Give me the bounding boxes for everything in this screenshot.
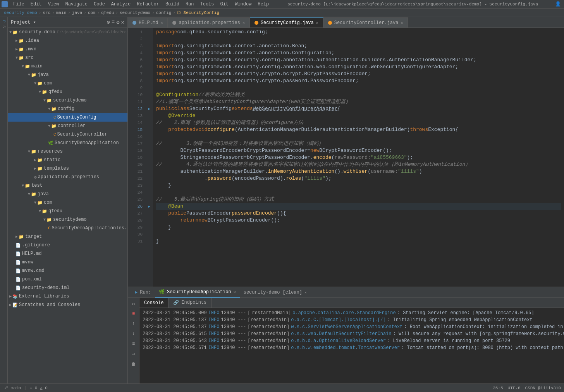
tree-helpmd[interactable]: 📄 HELP.md — [8, 249, 127, 258]
endpoints-tab[interactable]: 🔗 Endpoints — [169, 298, 212, 308]
menu-tools[interactable]: Tools — [197, 0, 217, 8]
menu-code[interactable]: Code — [91, 0, 108, 8]
status-git[interactable]: ⎇ main — [3, 385, 21, 390]
run-tab-app[interactable]: 🌿 SecurityDemoApplication ✕ — [155, 287, 240, 298]
tree-test-com[interactable]: ▼ 📁 com — [8, 198, 127, 207]
gutter-26[interactable]: ▶ — [145, 203, 153, 210]
breadcrumb-qfedu[interactable]: qfedu — [100, 10, 115, 15]
tree-qfedu[interactable]: ▼ 📁 qfedu — [8, 88, 127, 96]
tab-securityconfig[interactable]: SecurityConfig.java ✕ — [250, 17, 323, 28]
tree-static[interactable]: ▶ 📁 static — [8, 156, 127, 164]
tab-close-securityconfig[interactable]: ✕ — [316, 21, 318, 25]
user-icon[interactable]: 👤 — [554, 1, 562, 7]
menu-view[interactable]: View — [45, 0, 62, 8]
tree-app-props[interactable]: ⚙ application.properties — [8, 173, 127, 181]
menu-analyze[interactable]: Analyze — [108, 0, 134, 8]
tb-restart[interactable]: ↺ — [129, 299, 138, 308]
run-tab-clean[interactable]: security-demo [clean] ✕ — [240, 287, 311, 298]
tree-test[interactable]: ▼ 📁 test — [8, 181, 127, 190]
tab-securitycontroller[interactable]: SecurityController.java ✕ — [323, 17, 408, 28]
gutter-8 — [145, 77, 153, 84]
breadcrumb-root[interactable]: security-demo — [3, 10, 38, 15]
tree-pomxml-label: pom.xml — [22, 277, 41, 282]
project-icon[interactable]: P — [1, 19, 7, 24]
breadcrumb-class[interactable]: ⬡ SecurityConfig — [176, 10, 220, 15]
tree-security-config[interactable]: C SecurityConfig — [8, 113, 127, 122]
run-tab-app-close[interactable]: ✕ — [234, 290, 236, 294]
status-problems[interactable]: ⚠ 0 △ 0 — [30, 385, 48, 390]
menu-refactor[interactable]: Refactor — [134, 0, 162, 8]
tree-security-controller[interactable]: C SecurityController — [8, 130, 127, 139]
tree-resources[interactable]: ▼ 📁 resources — [8, 147, 127, 156]
menu-window[interactable]: Window — [232, 0, 254, 8]
breadcrumb-java[interactable]: java — [71, 10, 83, 15]
tree-mvnwcmd[interactable]: 📄 mvnw.cmd — [8, 266, 127, 275]
tree-src[interactable]: ▼ 📁 src — [8, 53, 127, 62]
sidebar-icon-locate[interactable]: ⊕ — [107, 19, 110, 26]
breadcrumb-src[interactable]: src — [42, 10, 51, 15]
code-content[interactable]: package com.qfedu.securitydemo.config; i… — [153, 28, 564, 287]
code-line-21: authenticationManagerBuilder.inMemoryAut… — [156, 168, 561, 175]
sidebar-icon-close[interactable]: ✕ — [121, 19, 124, 26]
menu-git[interactable]: Git — [217, 0, 232, 8]
menu-edit[interactable]: Edit — [28, 0, 45, 8]
status-encoding[interactable]: UTF-8 — [508, 386, 521, 390]
console-output[interactable]: 2022-08-31 20:45:05.009 INFO 13940 --- [… — [139, 308, 564, 383]
tb-down[interactable]: ↓ — [129, 330, 138, 338]
tree-controller[interactable]: ▼ 📁 controller — [8, 122, 127, 130]
tree-pomxml[interactable]: 📄 pom.xml — [8, 275, 127, 284]
tb-wrap[interactable]: ⏎ — [129, 350, 138, 358]
tab-helpmd[interactable]: HELP.md ✕ — [128, 17, 168, 28]
breadcrumb-config[interactable]: config — [155, 10, 172, 15]
tree-mvnw[interactable]: 📄 mvnw — [8, 258, 127, 266]
tree-test-securitydemo[interactable]: ▼ 📁 securitydemo — [8, 215, 127, 224]
tb-filter[interactable]: ≡ — [129, 340, 138, 348]
menu-file[interactable]: File — [10, 0, 28, 8]
tree-test-app[interactable]: C SecurityDemoApplicationTes... — [8, 224, 127, 232]
tree-iml[interactable]: 📄 security-demo.iml — [8, 284, 127, 292]
tb-clear[interactable]: 🗑 — [129, 360, 138, 368]
tab-close-helpmd[interactable]: ✕ — [160, 21, 163, 25]
tree-gitignore[interactable]: 📄 .gitignore — [8, 241, 127, 249]
tree-test-java[interactable]: ▼ 📁 java — [8, 190, 127, 198]
menu-run[interactable]: Run — [182, 0, 197, 8]
tree-templates[interactable]: ▶ 📁 templates — [8, 164, 127, 173]
tree-ext-libs-label: External Libraries — [19, 294, 69, 299]
tree-root[interactable]: ▼ 📁 security-demo E:\jdaeWorkplace\qfedu… — [8, 28, 127, 36]
sidebar-icon-options[interactable]: ⚙ — [116, 19, 119, 26]
tree-scratches[interactable]: ▶ 📝 Scratches and Consoles — [8, 301, 127, 309]
tree-ext-libs[interactable]: ▶ 📚 External Libraries — [8, 292, 127, 301]
tree-idea[interactable]: ▶ 📁 .idea — [8, 36, 127, 45]
tree-securitydemo[interactable]: ▼ 📁 securitydemo — [8, 96, 127, 105]
run-tab-run[interactable]: ▶ Run: — [131, 287, 155, 298]
structure-icon[interactable]: S — [1, 24, 7, 29]
tb-stop[interactable]: ■ — [129, 309, 138, 318]
tree-test-qfedu[interactable]: ▼ 📁 qfedu — [8, 207, 127, 215]
run-tab-clean-close[interactable]: ✕ — [304, 290, 307, 295]
tree-main[interactable]: ▼ 📁 main — [8, 62, 127, 70]
breadcrumb-securitydemo[interactable]: securitydemo — [119, 10, 151, 15]
tab-appprops[interactable]: application.properties ✕ — [168, 17, 249, 28]
gutter-12[interactable]: ▶ — [145, 105, 153, 112]
tree-com[interactable]: ▼ 📁 com — [8, 79, 127, 88]
tb-up[interactable]: ↑ — [129, 320, 138, 328]
tree-mvn[interactable]: ▶ 📁 .mvn — [8, 45, 127, 53]
gutter-1 — [145, 29, 153, 36]
status-watermark: CSDN @iiiis310 — [525, 386, 561, 390]
menu-navigate[interactable]: Navigate — [62, 0, 91, 8]
code-line-18: BCryptPasswordEncoder bCryptPasswordEnco… — [156, 147, 561, 154]
menu-help[interactable]: Help — [254, 0, 272, 8]
tab-close-appprops[interactable]: ✕ — [242, 21, 245, 25]
tab-close-securitycontroller[interactable]: ✕ — [401, 21, 403, 25]
tree-java[interactable]: ▼ 📁 java — [8, 70, 127, 79]
line-numbers: 1 2 3 4 5 6 7 8 9 10 11 12 13 14 15 16 1 — [128, 28, 145, 287]
tree-app[interactable]: 🌿 SecurityDemoApplication — [8, 139, 127, 147]
console-tab[interactable]: Console — [139, 298, 169, 308]
menu-build[interactable]: Build — [162, 0, 182, 8]
tree-config[interactable]: ▼ 📁 config — [8, 105, 127, 113]
sidebar-icon-collapse[interactable]: ≡ — [112, 19, 115, 26]
tree-target[interactable]: ▶ 📁 target — [8, 232, 127, 241]
sidebar-title: Project ▾ — [11, 19, 107, 25]
breadcrumb-main[interactable]: main — [55, 10, 67, 15]
breadcrumb-com[interactable]: com — [87, 10, 96, 15]
